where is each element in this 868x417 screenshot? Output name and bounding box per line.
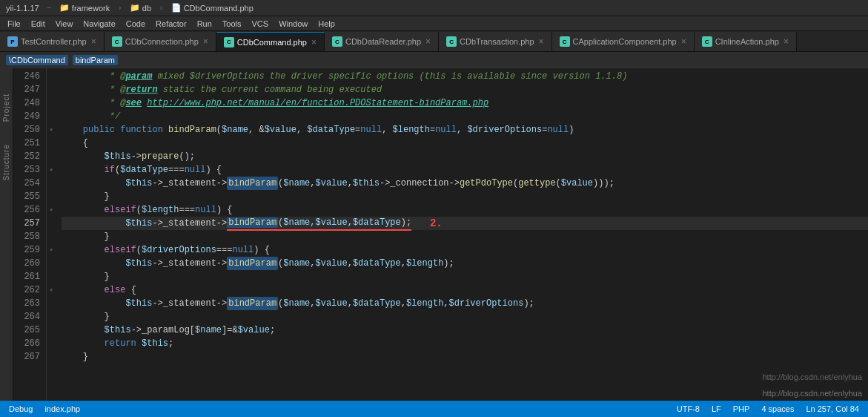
code-line-250: public function bindParam($name, &$value… bbox=[62, 123, 868, 137]
code-line-256: elseif($length===null) { bbox=[62, 203, 868, 217]
menu-navigate[interactable]: Navigate bbox=[79, 18, 119, 30]
status-indent[interactable]: 4 spaces bbox=[758, 404, 797, 413]
code-line-252: $this->prepare(); bbox=[62, 150, 868, 163]
code-line-249: */ bbox=[62, 110, 868, 123]
fold-gutter: ▾ ▾ ▾ ▾ ▾ bbox=[47, 68, 56, 401]
left-panel: Project Structure bbox=[0, 68, 13, 401]
code-content[interactable]: * @param mixed $driverOptions the driver… bbox=[56, 68, 868, 401]
close-tab-cdbconnection[interactable]: × bbox=[203, 36, 208, 47]
menu-run[interactable]: Run bbox=[193, 18, 216, 30]
code-line-258: } bbox=[62, 230, 868, 243]
close-tab-cdbtransaction[interactable]: × bbox=[539, 36, 544, 47]
tab-cdbtransaction[interactable]: C CDbTransaction.php × bbox=[439, 32, 552, 51]
menu-window[interactable]: Window bbox=[274, 18, 312, 30]
menu-tools[interactable]: Tools bbox=[218, 18, 246, 30]
status-position: Ln 257, Col 84 bbox=[803, 404, 862, 413]
close-tab-capplicationcomponent[interactable]: × bbox=[681, 36, 686, 47]
code-line-264: } bbox=[62, 310, 868, 324]
title-separator: – bbox=[47, 3, 52, 13]
breadcrumb-file[interactable]: 📄 CDbCommand.php bbox=[171, 3, 254, 13]
breadcrumb-db[interactable]: 📁 db bbox=[130, 3, 151, 13]
breadcrumb-framework[interactable]: 📁 framework bbox=[59, 3, 110, 13]
code-line-255: } bbox=[62, 190, 868, 203]
close-tab-cinlineaction[interactable]: × bbox=[783, 36, 789, 47]
tab-testcontroller[interactable]: P TestController.php × bbox=[0, 32, 105, 51]
tab-cdbdatareader[interactable]: C CDbDataReader.php × bbox=[325, 32, 439, 51]
tab-cdbconnection[interactable]: C CDbConnection.php × bbox=[105, 32, 216, 51]
watermark: http://blog.csdn.net/enlyhua bbox=[762, 372, 862, 381]
menu-help[interactable]: Help bbox=[314, 18, 339, 30]
app-title: yii-1.1.17 bbox=[6, 4, 39, 13]
code-line-259: elseif($driverOptions===null) { bbox=[62, 243, 868, 257]
code-line-254: $this->_statement->bindParam($name,$valu… bbox=[62, 177, 868, 190]
tab-cinlineaction[interactable]: C CInlineAction.php × bbox=[695, 32, 797, 51]
tab-bar: P TestController.php × C CDbConnection.p… bbox=[0, 31, 868, 52]
status-debug[interactable]: Debug bbox=[6, 404, 36, 413]
code-area: 246 247 248 249 250 251 252 253 254 255 … bbox=[13, 68, 868, 401]
bc-method[interactable]: bindParam bbox=[73, 55, 118, 65]
structure-panel-icon[interactable]: Structure bbox=[1, 141, 12, 184]
close-tab-testcontroller[interactable]: × bbox=[91, 36, 96, 47]
title-bar: yii-1.1.17 – 📁 framework › 📁 db › 📄 CDbC… bbox=[0, 0, 868, 16]
code-line-261: } bbox=[62, 270, 868, 283]
close-tab-cdbdatareader[interactable]: × bbox=[425, 36, 431, 47]
project-panel-icon[interactable]: Project bbox=[1, 91, 12, 125]
status-bar: Debug index.php UTF-8 LF PHP 4 spaces Ln… bbox=[0, 401, 868, 417]
code-line-266: return $this; bbox=[62, 337, 868, 350]
menu-vcs[interactable]: VCS bbox=[248, 18, 274, 30]
code-line-253: if($dataType===null) { bbox=[62, 163, 868, 177]
status-lineending[interactable]: LF bbox=[709, 404, 724, 413]
menu-view[interactable]: View bbox=[51, 18, 78, 30]
code-line-265: $this->_paramLog[$name]=&$value; bbox=[62, 324, 868, 337]
main-area: Project Structure 246 247 248 249 250 25… bbox=[0, 68, 868, 401]
tab-capplicationcomponent[interactable]: C CApplicationComponent.php × bbox=[552, 32, 695, 51]
code-line-257: $this->_statement->bindParam($name,$valu… bbox=[62, 217, 868, 230]
code-line-263: $this->_statement->bindParam($name,$valu… bbox=[62, 297, 868, 310]
status-right: UTF-8 LF PHP 4 spaces Ln 257, Col 84 bbox=[674, 404, 862, 413]
menu-file[interactable]: File bbox=[3, 18, 25, 30]
menu-code[interactable]: Code bbox=[122, 18, 150, 30]
code-line-246: * @param mixed $driverOptions the driver… bbox=[62, 70, 868, 83]
status-encoding[interactable]: UTF-8 bbox=[674, 404, 703, 413]
bc-class[interactable]: \CDbCommand bbox=[6, 55, 68, 65]
editor-breadcrumb: \CDbCommand bindParam bbox=[0, 52, 868, 68]
code-line-260: $this->_statement->bindParam($name,$valu… bbox=[62, 257, 868, 270]
line-numbers: 246 247 248 249 250 251 252 253 254 255 … bbox=[13, 68, 47, 401]
menu-bar: File Edit View Navigate Code Refactor Ru… bbox=[0, 16, 868, 31]
menu-edit[interactable]: Edit bbox=[27, 18, 50, 30]
close-tab-cdbcommand[interactable]: × bbox=[311, 37, 317, 47]
code-line-262: else { bbox=[62, 283, 868, 297]
status-left: Debug index.php bbox=[6, 404, 83, 413]
code-line-248: * @see http://www.php.net/manual/en/func… bbox=[62, 96, 868, 110]
code-line-247: * @return static the current command bei… bbox=[62, 83, 868, 96]
code-line-267: } bbox=[62, 350, 868, 364]
status-indexphp[interactable]: index.php bbox=[42, 404, 83, 413]
code-line-251: { bbox=[62, 137, 868, 150]
status-lang[interactable]: PHP bbox=[730, 404, 753, 413]
tab-cdbcommand[interactable]: C CDbCommand.php × bbox=[216, 32, 325, 51]
menu-refactor[interactable]: Refactor bbox=[151, 18, 191, 30]
